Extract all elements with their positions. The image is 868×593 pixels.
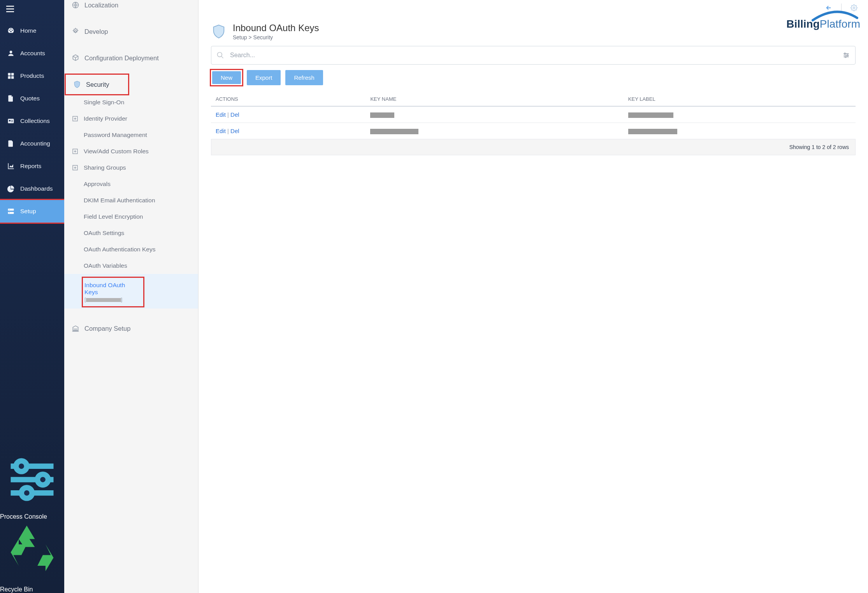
sidebar-item-recycle-bin[interactable]: Recycle Bin: [0, 520, 64, 593]
sub-item-subtext: []: [84, 296, 136, 302]
secondary-label: Develop: [84, 28, 108, 35]
expand-icon: [72, 165, 78, 171]
sub-item-oauth-authentication-keys[interactable]: OAuth Authentication Keys: [64, 241, 198, 258]
main-content: BillingPlatform Inbound OAuth Keys Setup…: [199, 0, 868, 593]
menu-toggle-button[interactable]: [0, 0, 64, 19]
recycle-icon: [0, 579, 64, 586]
sub-item-label: Sharing Groups: [84, 164, 126, 171]
sub-item-label: Password Management: [84, 132, 147, 139]
edit-link[interactable]: Edit: [216, 111, 226, 118]
secondary-item-config-deploy[interactable]: Configuration Deployment: [64, 48, 198, 68]
svg-rect-1: [8, 73, 11, 76]
search-container: [211, 46, 856, 65]
secondary-label: Security: [86, 81, 109, 88]
breadcrumb: Setup > Security: [233, 34, 319, 40]
edit-link[interactable]: Edit: [216, 128, 226, 134]
sidebar-item-process-console[interactable]: Process Console: [0, 447, 64, 520]
secondary-label: Configuration Deployment: [84, 54, 159, 62]
delete-link[interactable]: Del: [230, 128, 239, 134]
shield-icon: [73, 80, 81, 89]
svg-point-19: [853, 7, 855, 9]
svg-rect-7: [8, 209, 14, 211]
new-button[interactable]: New: [212, 71, 241, 84]
sub-item-single-sign-on[interactable]: Single Sign-On: [64, 94, 198, 111]
column-header-actions[interactable]: ACTIONS: [211, 92, 365, 106]
svg-point-11: [16, 461, 27, 472]
pie-icon: [7, 185, 15, 193]
expand-icon: [72, 116, 78, 122]
sidebar-item-accounts[interactable]: Accounts: [0, 42, 64, 65]
sidebar-item-reports[interactable]: Reports: [0, 155, 64, 177]
sidebar-item-setup[interactable]: Setup: [0, 200, 64, 223]
row-keylabel: [624, 106, 856, 123]
secondary-item-develop[interactable]: Develop: [64, 22, 198, 41]
secondary-item-security[interactable]: Security: [66, 75, 128, 94]
sidebar-item-collections[interactable]: Collections: [0, 110, 64, 132]
sidebar-item-dashboards[interactable]: Dashboards: [0, 177, 64, 200]
secondary-item-localization[interactable]: Localization: [64, 0, 198, 15]
row-keyname: [365, 123, 623, 139]
sidebar-label: Quotes: [20, 95, 40, 102]
delete-link[interactable]: Del: [230, 111, 239, 118]
row-keylabel: [624, 123, 856, 139]
sub-item-inbound-oauth-keys[interactable]: Inbound OAuth Keys[]: [83, 278, 143, 306]
sub-item-sharing-groups[interactable]: Sharing Groups: [64, 160, 198, 176]
sub-item-password-management[interactable]: Password Management: [64, 127, 198, 143]
sub-item-approvals[interactable]: Approvals: [64, 176, 198, 192]
page-title: Inbound OAuth Keys: [233, 23, 319, 33]
sub-item-dkim-email-authentication[interactable]: DKIM Email Authentication: [64, 192, 198, 209]
sidebar-label: Products: [20, 72, 44, 79]
export-button[interactable]: Export: [247, 70, 281, 85]
secondary-label: Company Setup: [84, 325, 130, 332]
data-table: ACTIONS KEY NAME KEY LABEL Edit | DelEdi…: [211, 92, 856, 139]
svg-point-0: [10, 51, 12, 53]
row-actions: Edit | Del: [211, 106, 365, 123]
secondary-item-company-setup[interactable]: Company Setup: [64, 319, 198, 338]
sub-item-oauth-variables[interactable]: OAuth Variables: [64, 258, 198, 274]
sidebar-label: Home: [20, 27, 36, 34]
column-header-keylabel[interactable]: KEY LABEL: [624, 92, 856, 106]
table-footer: Showing 1 to 2 of 2 rows: [211, 139, 856, 155]
gauge-icon: [7, 27, 15, 35]
sidebar-label: Accounting: [20, 140, 50, 147]
sub-item-view-add-custom-roles[interactable]: View/Add Custom Roles: [64, 143, 198, 160]
chart-icon: [7, 162, 15, 170]
table-row: Edit | Del: [211, 123, 856, 139]
sub-item-oauth-settings[interactable]: OAuth Settings: [64, 225, 198, 241]
svg-point-12: [37, 474, 48, 485]
search-input[interactable]: [211, 46, 856, 65]
sidebar-item-home[interactable]: Home: [0, 19, 64, 42]
sub-item-label: Field Level Encryption: [84, 213, 143, 220]
svg-rect-8: [8, 212, 14, 214]
svg-rect-4: [11, 76, 14, 79]
gear-icon: [71, 27, 80, 36]
row-keyname: [365, 106, 623, 123]
filter-icon[interactable]: [842, 51, 850, 59]
sub-item-label: Identity Provider: [84, 115, 127, 122]
sub-item-identity-provider[interactable]: Identity Provider: [64, 111, 198, 127]
sub-item-label: OAuth Variables: [84, 262, 127, 269]
search-icon: [216, 51, 224, 59]
server-icon: [7, 207, 15, 215]
sub-item-field-level-encryption[interactable]: Field Level Encryption: [64, 209, 198, 225]
svg-point-21: [844, 53, 845, 54]
secondary-label: Localization: [84, 2, 118, 9]
sub-item-label: DKIM Email Authentication: [84, 197, 155, 204]
column-header-keyname[interactable]: KEY NAME: [365, 92, 623, 106]
data-table-container: ACTIONS KEY NAME KEY LABEL Edit | DelEdi…: [199, 92, 868, 155]
page-header: Inbound OAuth Keys Setup > Security: [199, 0, 868, 44]
sidebar-item-quotes[interactable]: Quotes: [0, 87, 64, 110]
globe-icon: [71, 1, 80, 9]
refresh-button[interactable]: Refresh: [285, 70, 323, 85]
sub-item-label: OAuth Authentication Keys: [84, 246, 155, 253]
sidebar-item-products[interactable]: Products: [0, 65, 64, 87]
user-icon: [7, 49, 15, 57]
svg-rect-6: [9, 120, 11, 121]
expand-icon: [72, 148, 78, 154]
svg-rect-5: [8, 119, 14, 123]
sidebar-item-accounting[interactable]: Accounting: [0, 132, 64, 155]
file-icon: [7, 140, 15, 147]
sub-item-label: Approvals: [84, 181, 111, 188]
svg-point-23: [845, 56, 846, 58]
sidebar-label: Dashboards: [20, 185, 53, 192]
